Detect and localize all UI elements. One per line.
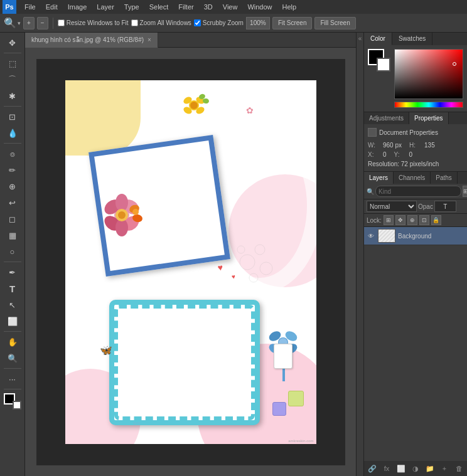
layer-fx-button[interactable]: fx [381, 463, 392, 474]
brush-tool[interactable]: ✏ [3, 162, 22, 177]
lock-position-button[interactable]: ✥ [395, 215, 405, 225]
lock-all-button[interactable]: ⊕ [407, 215, 417, 225]
scrap-flower-small: ✿ [246, 105, 254, 115]
document-tab-title: khung hình có sẵn.jpg @ 41% (RGB/8#) [31, 36, 144, 43]
canvas-scroll-area[interactable]: ♥ ♥ [25, 48, 356, 476]
tab-properties[interactable]: Properties [409, 112, 449, 124]
opacity-input[interactable] [434, 201, 456, 212]
tab-paths[interactable]: Paths [431, 172, 458, 184]
tool-separator-6 [4, 368, 21, 369]
zoom-all-checkbox[interactable] [131, 19, 138, 26]
blend-mode-select[interactable]: Normal [367, 201, 417, 212]
dodge-tool[interactable]: ○ [3, 244, 22, 259]
layer-group-button[interactable]: 📁 [424, 463, 436, 474]
hue-bar[interactable] [394, 102, 463, 108]
layer-adjustment-button[interactable]: ◑ [410, 463, 421, 474]
doc-properties-title: Document Properties [368, 128, 463, 137]
layer-visibility-toggle[interactable]: 👁 [367, 231, 375, 240]
layer-mask-button[interactable]: ⬜ [395, 463, 407, 474]
fg-bg-colors[interactable] [368, 49, 390, 71]
document-tab[interactable]: khung hình có sẵn.jpg @ 41% (RGB/8#) × [25, 33, 158, 48]
scrubby-zoom-label[interactable]: Scrubby Zoom [194, 19, 244, 26]
lock-artboards-button[interactable]: ⊡ [419, 215, 429, 225]
lock-layer-button[interactable]: 🔒 [431, 215, 441, 225]
layer-new-button[interactable]: + [439, 463, 450, 474]
y-label: Y: [394, 151, 407, 158]
tab-channels[interactable]: Channels [394, 172, 431, 184]
svg-point-21 [118, 211, 126, 219]
shape-tool[interactable]: ⬜ [3, 314, 22, 329]
tool-separator-3 [4, 143, 21, 144]
lasso-tool[interactable]: ⌒ [3, 72, 22, 87]
path-select-tool[interactable]: ↖ [3, 297, 22, 312]
zoom-all-label[interactable]: Zoom All Windows [131, 19, 191, 26]
menu-filter[interactable]: Filter [174, 2, 198, 12]
color-panel-tabs: Color Swatches [364, 33, 467, 45]
history-brush-tool[interactable]: ↩ [3, 195, 22, 210]
menu-select[interactable]: Select [145, 2, 173, 12]
clone-tool[interactable]: ⊕ [3, 179, 22, 194]
panel-collapse-button[interactable]: « [356, 33, 363, 476]
move-tool[interactable]: ✥ [3, 35, 22, 50]
zoom-tool[interactable]: 🔍 [3, 351, 22, 366]
svg-point-10 [260, 262, 272, 275]
marquee-tool[interactable]: ⬚ [3, 56, 22, 71]
menu-view[interactable]: View [218, 2, 242, 12]
resize-windows-label[interactable]: Resize Windows to Fit [58, 19, 129, 26]
zoom-out-button[interactable]: − [37, 17, 48, 29]
tab-swatches[interactable]: Swatches [392, 33, 432, 45]
lock-pixels-button[interactable]: ⊞ [384, 215, 394, 225]
fit-screen-button[interactable]: Fit Screen [272, 17, 313, 29]
lock-toolbar: Lock: ⊞ ✥ ⊕ ⊡ 🔒 [364, 214, 467, 227]
zoom-in-button[interactable]: + [23, 17, 35, 29]
more-tools[interactable]: ··· [3, 371, 22, 386]
layers-search-input[interactable] [375, 186, 461, 197]
eraser-tool[interactable]: ◻ [3, 211, 22, 226]
tab-adjustments[interactable]: Adjustments [364, 112, 409, 124]
eyedropper-tool[interactable]: 💧 [3, 125, 22, 140]
menu-type[interactable]: Type [120, 2, 144, 12]
menu-3d[interactable]: 3D [200, 2, 217, 12]
scrap-butterfly-yellow: 🦋 [100, 344, 112, 356]
scrubby-zoom-checkbox[interactable] [194, 19, 201, 26]
background-color[interactable] [377, 58, 390, 71]
main-layout: ✥ ⬚ ⌒ ✱ ⊡ 💧 ⌾ ✏ ⊕ ↩ ◻ ▦ ○ ✒ T ↖ ⬜ ✋ 🔍 ··… [0, 33, 467, 476]
fill-screen-button[interactable]: Fill Screen [314, 17, 355, 29]
right-panel: Color Swatches [363, 33, 467, 476]
menu-help[interactable]: Help [278, 2, 301, 12]
menu-layer[interactable]: Layer [92, 2, 119, 12]
scrap-main-flower [97, 187, 147, 245]
resize-windows-checkbox[interactable] [58, 19, 65, 26]
type-tool[interactable]: T [3, 281, 22, 296]
gradient-tool[interactable]: ▦ [3, 228, 22, 243]
menu-file[interactable]: File [20, 2, 40, 12]
color-spectrum[interactable] [394, 49, 463, 99]
spot-heal-tool[interactable]: ⌾ [3, 146, 22, 161]
menu-image[interactable]: Image [63, 2, 92, 12]
tool-separator-2 [4, 106, 21, 107]
zoom-percent-input[interactable] [246, 17, 270, 29]
layers-filter-btn-1[interactable]: ⊞ [463, 186, 467, 197]
pen-tool[interactable]: ✒ [3, 265, 22, 280]
layer-background[interactable]: 👁 Background [364, 227, 467, 245]
resolution-row: Resolution: 72 pixels/inch [368, 161, 463, 167]
hand-tool[interactable]: ✋ [3, 334, 22, 349]
scrap-frame-scallop-inner [114, 305, 255, 420]
menu-edit[interactable]: Edit [41, 2, 62, 12]
layer-link-button[interactable]: 🔗 [367, 463, 378, 474]
tab-color[interactable]: Color [364, 33, 392, 45]
quick-select-tool[interactable]: ✱ [3, 88, 22, 103]
tab-close-button[interactable]: × [148, 36, 151, 43]
scrap-watermark: amkreskin.com [288, 439, 313, 443]
layer-name: Background [398, 233, 464, 240]
tab-layers[interactable]: Layers [364, 172, 394, 184]
scrap-yellow-corner [65, 80, 141, 156]
properties-content: Document Properties W: 960 px H: 135 X: … [364, 124, 467, 171]
fg-bg-swatch[interactable] [4, 393, 21, 410]
menu-window[interactable]: Window [243, 2, 276, 12]
crop-tool[interactable]: ⊡ [3, 109, 22, 124]
doc-properties-icon [368, 128, 377, 137]
doc-properties-label: Document Properties [379, 129, 438, 136]
width-label: W: [368, 142, 380, 149]
layer-delete-button[interactable]: 🗑 [453, 463, 464, 474]
